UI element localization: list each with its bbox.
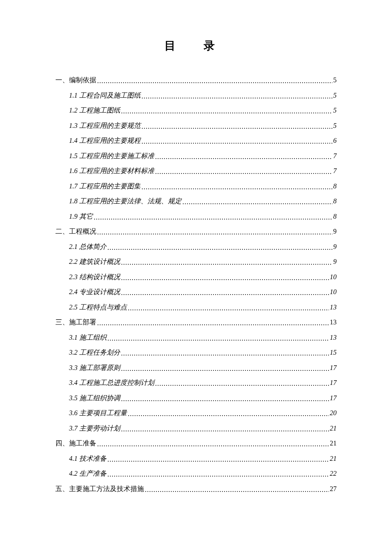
toc-leader-dots: [97, 441, 329, 448]
toc-leader-dots: [121, 108, 332, 115]
toc-entry-label: 4.2 生产准备: [69, 470, 107, 477]
toc-entry-label: 3.6 主要项目工程量: [69, 410, 127, 416]
toc-entry-label: 3.3 施工部署原则: [69, 364, 120, 371]
toc-leader-dots: [155, 168, 332, 175]
toc-entry: 一、编制依据5: [55, 77, 337, 84]
toc-entry: 四、施工准备21: [55, 440, 337, 447]
toc-entry-label: 3.2 工程任务划分: [69, 349, 120, 356]
toc-entry: 二、工程概况9: [55, 228, 337, 235]
toc-entry-label: 1.8 工程应用的主要法律、法规、规定: [69, 198, 182, 205]
toc-leader-dots: [128, 305, 329, 312]
toc-entry: 2.3 结构设计概况10: [55, 274, 337, 280]
toc-entry: 1.5 工程应用的主要施工标准7: [55, 153, 337, 159]
toc-entry-page: 13: [330, 334, 337, 341]
toc-entry: 2.1 总体简介9: [55, 243, 337, 250]
toc-leader-dots: [107, 471, 329, 478]
toc-leader-dots: [182, 199, 332, 205]
toc-entry: 3.2 工程任务划分15: [55, 349, 337, 356]
toc-entry: 1.1 工程合同及施工图纸5: [55, 92, 337, 99]
toc-entry-page: 21: [330, 425, 337, 432]
toc-leader-dots: [97, 229, 332, 236]
toc-entry: 1.2 工程施工图纸5: [55, 107, 337, 114]
toc-entry-label: 1.3 工程应用的主要规范: [69, 122, 141, 129]
toc-entry: 1.3 工程应用的主要规范5: [55, 122, 337, 129]
toc-leader-dots: [155, 153, 332, 160]
toc-entry-page: 8: [333, 183, 337, 190]
toc-entry-label: 2.2 建筑设计概况: [69, 258, 120, 265]
toc-entry-label: 二、工程概况: [55, 228, 96, 235]
toc-leader-dots: [121, 289, 329, 296]
toc-leader-dots: [107, 335, 329, 342]
toc-entry-label: 三、施工部署: [55, 319, 96, 326]
toc-leader-dots: [155, 380, 329, 387]
toc-entry-page: 8: [333, 213, 337, 220]
toc-entry-label: 2.5 工程特点与难点: [69, 304, 127, 311]
toc-entry: 3.7 主要劳动计划21: [55, 425, 337, 432]
toc-entry: 2.5 工程特点与难点13: [55, 304, 337, 311]
toc-entry-page: 13: [330, 304, 337, 311]
toc-entry-label: 3.7 主要劳动计划: [69, 425, 120, 432]
toc-entry-label: 3.4 工程施工总进度控制计划: [69, 379, 154, 386]
toc-entry-page: 5: [333, 107, 337, 114]
toc-leader-dots: [145, 486, 329, 493]
toc-entry-page: 9: [333, 243, 337, 250]
toc-leader-dots: [141, 93, 332, 100]
toc-entry: 2.2 建筑设计概况9: [55, 258, 337, 265]
toc-leader-dots: [121, 365, 329, 372]
toc-entry-page: 21: [330, 455, 337, 462]
toc-entry-page: 5: [333, 77, 337, 84]
toc-entry-page: 27: [330, 486, 337, 492]
toc-entry: 1.7 工程应用的主要图集8: [55, 183, 337, 190]
toc-entry-page: 6: [333, 137, 337, 144]
toc-entry-label: 4.1 技术准备: [69, 455, 107, 462]
toc-entry-label: 3.1 施工组织: [69, 334, 107, 341]
toc-entry: 3.1 施工组织13: [55, 334, 337, 341]
toc-entry: 4.1 技术准备21: [55, 455, 337, 462]
toc-entry: 3.4 工程施工总进度控制计划17: [55, 379, 337, 386]
toc-entry-page: 10: [330, 274, 337, 280]
toc-entry-label: 3.5 施工组织协调: [69, 395, 120, 402]
toc-leader-dots: [121, 259, 332, 266]
toc-entry-page: 20: [330, 410, 337, 416]
toc-entry: 1.8 工程应用的主要法律、法规、规定8: [55, 198, 337, 205]
toc-entry-label: 1.1 工程合同及施工图纸: [69, 92, 141, 99]
toc-entry: 1.6 工程应用的主要材料标准7: [55, 168, 337, 174]
toc-leader-dots: [97, 78, 332, 84]
toc-entry-label: 1.2 工程施工图纸: [69, 107, 120, 114]
toc-leader-dots: [97, 320, 329, 327]
toc-entry: 五、主要施工方法及技术措施27: [55, 486, 337, 492]
toc-entry-label: 五、主要施工方法及技术措施: [55, 486, 144, 492]
toc-entry-page: 17: [330, 395, 337, 402]
toc-entry: 1.4 工程应用的主要规程6: [55, 137, 337, 144]
toc-leader-dots: [121, 426, 329, 433]
toc-entry: 3.3 施工部署原则17: [55, 364, 337, 371]
table-of-contents: 一、编制依据51.1 工程合同及施工图纸51.2 工程施工图纸51.3 工程应用…: [55, 77, 337, 492]
toc-entry-label: 1.4 工程应用的主要规程: [69, 137, 141, 144]
toc-leader-dots: [141, 123, 332, 130]
toc-entry-page: 9: [333, 228, 337, 235]
toc-entry-page: 17: [330, 379, 337, 386]
toc-entry-page: 15: [330, 349, 337, 356]
toc-entry: 3.6 主要项目工程量20: [55, 410, 337, 416]
toc-leader-dots: [121, 350, 329, 357]
toc-leader-dots: [107, 456, 329, 463]
toc-entry-page: 9: [333, 258, 337, 265]
toc-entry-label: 2.4 专业设计概况: [69, 289, 120, 295]
toc-entry-page: 7: [333, 153, 337, 159]
page-title: 目 录: [55, 38, 337, 53]
toc-leader-dots: [128, 410, 329, 417]
toc-leader-dots: [141, 138, 332, 145]
toc-entry-label: 四、施工准备: [55, 440, 96, 447]
toc-leader-dots: [94, 214, 332, 221]
toc-leader-dots: [121, 275, 329, 281]
toc-entry: 三、施工部署13: [55, 319, 337, 326]
toc-entry-page: 13: [330, 319, 337, 326]
toc-entry-page: 5: [333, 92, 337, 99]
toc-entry: 2.4 专业设计概况10: [55, 289, 337, 295]
toc-entry-label: 1.9 其它: [69, 213, 93, 220]
toc-entry-page: 21: [330, 440, 337, 447]
toc-entry-page: 17: [330, 364, 337, 371]
toc-entry: 1.9 其它8: [55, 213, 337, 220]
toc-entry-label: 一、编制依据: [55, 77, 96, 84]
toc-leader-dots: [107, 244, 332, 251]
